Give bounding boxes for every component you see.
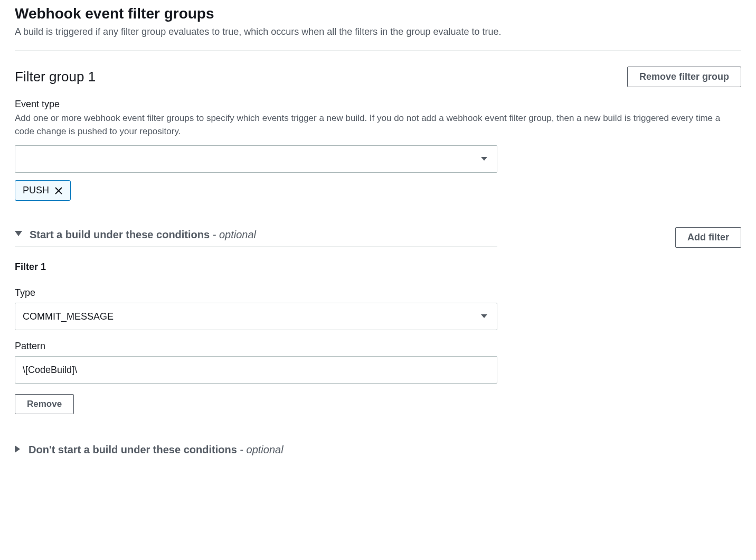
dont-start-conditions-expander[interactable]: Don't start a build under these conditio… xyxy=(15,444,741,456)
filter-type-select[interactable]: COMMIT_MESSAGE xyxy=(15,303,497,330)
event-type-label: Event type xyxy=(15,99,741,110)
event-type-token-label: PUSH xyxy=(23,185,49,196)
filter-1-heading: Filter 1 xyxy=(15,262,497,273)
caret-right-icon xyxy=(15,445,21,455)
page-description: A build is triggered if any filter group… xyxy=(15,25,741,39)
filter-pattern-input[interactable] xyxy=(15,356,497,384)
remove-filter-group-button[interactable]: Remove filter group xyxy=(627,67,741,87)
filter-pattern-label: Pattern xyxy=(15,341,497,352)
close-icon[interactable] xyxy=(54,186,63,195)
remove-filter-button[interactable]: Remove xyxy=(15,394,74,414)
add-filter-button[interactable]: Add filter xyxy=(675,227,741,248)
filter-type-label: Type xyxy=(15,287,497,298)
event-type-token: PUSH xyxy=(15,180,71,201)
filter-group-heading: Filter group 1 xyxy=(15,69,96,85)
page-title: Webhook event filter groups xyxy=(15,5,741,22)
divider xyxy=(15,50,741,51)
start-conditions-title: Start a build under these conditions - o… xyxy=(30,229,256,241)
dont-start-conditions-title: Don't start a build under these conditio… xyxy=(29,444,284,456)
event-type-select[interactable] xyxy=(15,145,497,173)
event-type-description: Add one or more webhook event filter gro… xyxy=(15,112,741,138)
caret-down-icon xyxy=(15,230,22,239)
start-conditions-expander[interactable]: Start a build under these conditions - o… xyxy=(15,229,497,247)
